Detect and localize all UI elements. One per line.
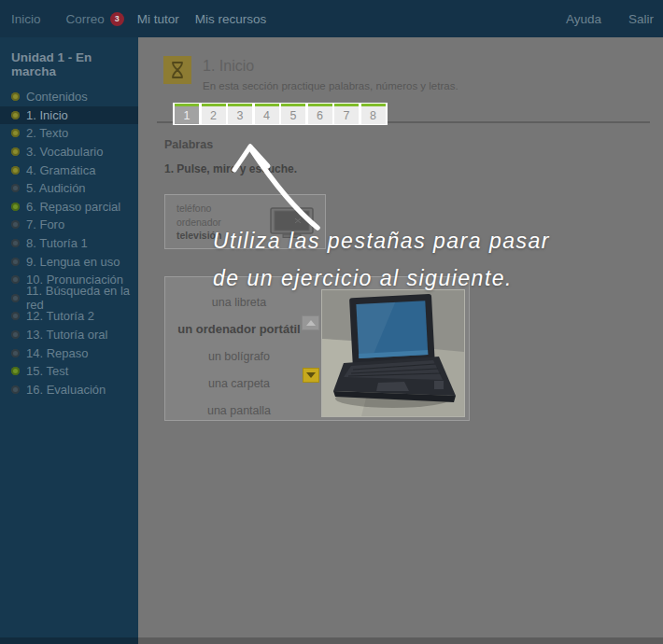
sidebar-item[interactable]: 3. Vocabulario <box>0 143 138 161</box>
word-option[interactable]: teléfono <box>176 202 221 216</box>
exercise-instruction: 1. Pulse, mire y escuche. <box>164 162 297 175</box>
nav-item-mi-tutor[interactable]: Mi tutor <box>137 12 179 26</box>
nav-correo-label: Correo <box>66 12 105 26</box>
sidebar-item[interactable]: 8. Tutoría 1 <box>0 234 138 253</box>
section-status-bullet-icon <box>11 330 20 339</box>
sidebar-item[interactable]: 13. Tutoría oral <box>0 326 138 344</box>
tutorial-tip-line2: de un ejercicio al siguiente. <box>213 259 550 297</box>
subsection-label: Palabras <box>164 138 213 151</box>
sidebar-item-label: 14. Repaso <box>26 346 89 360</box>
phrase-option-label: una libreta <box>212 296 266 309</box>
sidebar-item[interactable]: 1. Inicio <box>0 106 138 125</box>
nav-item-inicio[interactable]: Inicio <box>11 12 41 26</box>
sidebar-item-label: 8. Tutoría 1 <box>26 236 88 250</box>
sidebar-item[interactable]: 16. Evaluación <box>0 381 138 399</box>
section-status-bullet-icon <box>11 129 20 137</box>
section-status-bullet-icon <box>11 239 20 247</box>
exercise-tab-number: 7 <box>344 109 350 122</box>
nav-item-correo[interactable]: Correo 3 <box>66 12 124 26</box>
section-status-bullet-icon <box>11 275 20 284</box>
exercise-tab-number: 1 <box>184 109 190 122</box>
nav-item-ayuda[interactable]: Ayuda <box>566 12 601 26</box>
nav-item-mis-recursos[interactable]: Mis recursos <box>195 12 267 26</box>
scroll-up-button[interactable] <box>302 315 319 330</box>
sidebar-item[interactable]: 6. Repaso parcial <box>0 198 138 217</box>
exercise-tab-number: 2 <box>210 109 217 122</box>
unit-sidebar: Unidad 1 - En marcha Contenidos 1. Inici… <box>0 37 138 644</box>
sidebar-item-label: 2. Texto <box>26 126 68 140</box>
phrase-list: una libreta un ordenador portátil un bol… <box>165 288 313 424</box>
exercise-tab[interactable]: 5 <box>281 104 305 124</box>
app-window: Inicio Correo 3 Mi tutor Mis recursos Ay… <box>0 0 663 644</box>
sidebar-item[interactable]: 5. Audición <box>0 179 138 198</box>
sidebar-item[interactable]: 2. Texto <box>0 124 138 143</box>
sidebar-item-label: 3. Vocabulario <box>26 145 103 159</box>
scroll-down-button[interactable] <box>303 368 319 383</box>
exercise-tab[interactable]: 7 <box>334 104 359 124</box>
sidebar-item-label: 11. Búsqueda en la red <box>26 284 138 312</box>
section-status-bullet-icon <box>11 367 20 375</box>
sidebar-item-label: 12. Tutoría 2 <box>26 309 94 323</box>
section-status-bullet-icon <box>11 111 20 119</box>
sidebar-item-label: 9. Lengua en uso <box>26 255 120 269</box>
unit-title: Unidad 1 - En marcha <box>0 37 138 86</box>
section-status-bullet-icon <box>11 166 20 175</box>
section-status-bullet-icon <box>11 385 20 394</box>
exercise-tab-number: 4 <box>263 109 270 122</box>
sidebar-item-label: 13. Tutoría oral <box>26 328 107 342</box>
section-status-bullet-icon <box>11 349 20 357</box>
exercise-tab[interactable]: 4 <box>255 104 279 124</box>
section-hourglass-icon <box>163 56 191 84</box>
sidebar-item[interactable]: Contenidos <box>0 88 138 106</box>
nav-item-salir[interactable]: Salir <box>628 12 654 26</box>
section-subtitle: En esta sección practique palabras, núme… <box>203 80 458 91</box>
sidebar-item-label: 5. Audición <box>26 181 86 195</box>
section-status-bullet-icon <box>11 184 20 192</box>
exercise-tab[interactable]: 3 <box>228 104 252 124</box>
exercise-tab[interactable]: 8 <box>361 104 386 124</box>
exercise-tab[interactable]: 1 <box>175 104 199 124</box>
sidebar-item[interactable]: 14. Repaso <box>0 343 138 362</box>
phrase-option[interactable]: una carpeta <box>165 370 313 397</box>
section-status-bullet-icon <box>11 92 20 101</box>
exercise-tab-number: 8 <box>370 109 376 122</box>
sidebar-item[interactable]: 11. Búsqueda en la red <box>0 289 138 308</box>
sidebar-item-label: 16. Evaluación <box>26 383 106 397</box>
sidebar-item-label: 15. Test <box>26 364 68 378</box>
section-status-bullet-icon <box>11 294 20 302</box>
down-arrow-icon <box>306 372 316 378</box>
sidebar-item[interactable]: 9. Lengua en uso <box>0 252 138 271</box>
phrase-option-label: una pantalla <box>207 404 271 417</box>
tutorial-tip-text: Utiliza las pestañas para pasar de un ej… <box>213 222 550 297</box>
top-nav: Inicio Correo 3 Mi tutor Mis recursos Ay… <box>0 0 663 37</box>
phrase-option[interactable]: un bolígrafo <box>165 343 313 370</box>
exercise-tab[interactable]: 6 <box>308 104 332 124</box>
phrase-option[interactable]: una pantalla <box>165 397 313 424</box>
exercise-tab[interactable]: 2 <box>202 104 226 124</box>
sidebar-item-label: 1. Inicio <box>26 108 68 122</box>
bottom-strip <box>0 637 663 644</box>
phrase-option-label: un ordenador portátil <box>177 322 300 336</box>
section-status-bullet-icon <box>11 220 20 229</box>
exercise-tab-number: 6 <box>317 109 323 122</box>
section-status-bullet-icon <box>11 258 20 266</box>
phrase-option[interactable]: un ordenador portátil <box>165 315 313 343</box>
phrase-option-label: una carpeta <box>208 377 270 390</box>
mail-count-badge: 3 <box>110 12 124 26</box>
up-arrow-icon <box>306 320 316 326</box>
phrase-option-label: un bolígrafo <box>208 350 270 363</box>
section-status-bullet-icon <box>11 147 20 156</box>
sidebar-item[interactable]: 7. Foro <box>0 216 138 234</box>
sidebar-item[interactable]: 4. Gramática <box>0 161 138 179</box>
section-status-bullet-icon <box>11 312 20 320</box>
matching-exercise-box: una libreta un ordenador portátil un bol… <box>164 276 470 421</box>
section-title: 1. Inicio <box>203 58 254 75</box>
laptop-photo <box>321 289 465 417</box>
sidebar-item-label: 6. Repaso parcial <box>26 200 120 214</box>
unit-section-list: Contenidos 1. Inicio 2. Texto 3. Vocabul… <box>0 86 138 399</box>
exercise-tab-strip: 1 2 3 4 5 6 7 8 <box>175 104 386 124</box>
sidebar-item[interactable]: 15. Test <box>0 362 138 381</box>
sidebar-item-label: Contenidos <box>26 90 88 104</box>
tutorial-tip-line1: Utiliza las pestañas para pasar <box>213 222 550 259</box>
sidebar-item-label: 4. Gramática <box>26 163 95 177</box>
